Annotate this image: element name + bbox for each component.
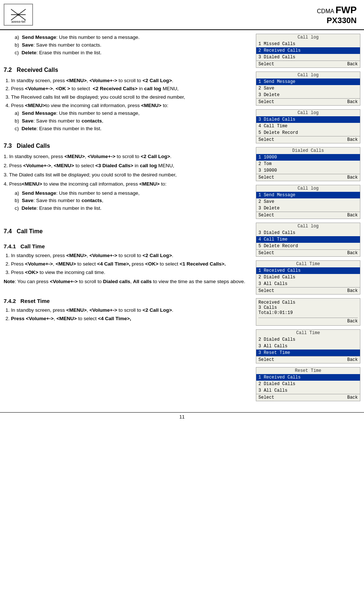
detail-line-3: Total:0:01:19 (258, 310, 358, 315)
screen2-back: Back (347, 99, 358, 105)
screen5-title: Call log (256, 185, 360, 192)
logo-area: axess·tel (4, 4, 33, 26)
screen9-select: Select (258, 357, 274, 362)
screen2-row-1: 1 Send Message (256, 78, 360, 85)
screen6-row-1: 3 Dialed Calls (256, 230, 360, 236)
page-header: axess·tel CDMA FWP PX330N (0, 0, 364, 30)
screen3-select: Select (258, 137, 274, 142)
screen10-row-2: 2 Dialed Calls (256, 381, 360, 387)
screen10-back: Back (347, 395, 358, 400)
screen10-row-3: 3 All Calls (256, 387, 360, 394)
screen5-row-3: 3 Delete (256, 205, 360, 212)
detail-line-1: Received Calls (258, 300, 358, 305)
screen3-title: Call log (256, 110, 360, 116)
main-content: a) Send Message: Use this number to send… (0, 34, 364, 405)
screen1-select: Select (258, 62, 274, 67)
note-7-4-1: Note: You can press <Volume+-> to scroll… (4, 278, 249, 286)
step-7-2-2: Press <Volume+->, <OK > to select <2 Rec… (11, 85, 249, 93)
screen7-row-2: 2 Dialed Calls (256, 274, 360, 281)
screen1-back: Back (347, 62, 358, 67)
title-cdma: CDMA (317, 8, 336, 14)
phone-screen-5: Call log 1 Send Message 2 Save 3 Delete … (256, 185, 360, 219)
phone-screen-4: Dialed Calls 1 10000 2 Tom 3 10000 Selec… (256, 147, 360, 181)
screen4-select: Select (258, 175, 274, 180)
step-7-3-1: 1. In standby screen, press <MENU>, <Vol… (4, 153, 249, 161)
screen10-footer: Select Back (256, 394, 360, 401)
screen9-title: Call Time (256, 330, 360, 336)
step-7-4-1-2: Press <Volume+->, <MENU> to select <4 Ca… (11, 260, 249, 268)
title-model: FWP (335, 4, 357, 15)
screen9-row-3: 3 Reset Time (256, 350, 360, 356)
screen6-footer: Select Back (256, 249, 360, 256)
screen5-back: Back (347, 213, 358, 218)
screen3-back: Back (347, 137, 358, 142)
screen1-row-1: 1 Missed Calls (256, 41, 360, 47)
section-7-4-heading: 7.4 Call Time (4, 227, 249, 236)
screen2-select: Select (258, 99, 274, 105)
screen9-footer: Select Back (256, 356, 360, 363)
step-7-2-1: In standby screen, press <MENU>, <Volume… (11, 77, 249, 85)
section-7-4-2-steps: In standby screen, press <MENU>, <Volume… (4, 307, 249, 323)
sub-7-3-c: c) Delete: Erase this number in the list… (15, 205, 249, 212)
screen10-select: Select (258, 395, 274, 400)
screen6-row-3: 5 Delete Record (256, 243, 360, 249)
screen4-title: Dialed Calls (256, 147, 360, 154)
title-area: CDMA FWP PX330N (317, 4, 357, 25)
screen1-title: Call log (256, 34, 360, 41)
left-column: a) Send Message: Use this number to send… (4, 34, 256, 405)
phone-screen-7: Call Time 1 Received Calls 2 Dialed Call… (256, 260, 360, 294)
screen4-back: Back (347, 175, 358, 180)
step-7-4-2-1: In standby screen, press <MENU>, <Volume… (11, 307, 249, 314)
logo-text: axess·tel (11, 20, 25, 23)
screen4-row-1: 1 10000 (256, 154, 360, 161)
screen4-row-2: 2 Tom (256, 161, 360, 167)
svg-point-5 (17, 14, 19, 16)
sub-7-3-a: a) Send Message: Use this number to send… (15, 190, 249, 197)
detail-back: Back (258, 318, 358, 324)
step-7-4-2-2: Press <Volume+->, <MENU> to select <4 Ca… (11, 315, 249, 323)
intro-list: a) Send Message: Use this number to send… (4, 34, 249, 57)
svg-line-1 (18, 9, 26, 15)
step-7-3-sub: a) Send Message: Use this number to send… (4, 190, 249, 213)
section-7-4-2-heading: 7.4.2 Reset Time (4, 297, 249, 305)
screen5-row-1: 1 Send Message (256, 192, 360, 198)
screen7-footer: Select Back (256, 287, 360, 294)
intro-item-c: c) Delete: Erase this number in the list… (15, 49, 249, 57)
screen3-footer: Select Back (256, 136, 360, 143)
page-footer: 11 (0, 412, 364, 420)
screen9-row-1: 2 Dialed Calls (256, 336, 360, 343)
screen4-footer: Select Back (256, 174, 360, 181)
sub-7-3-b: b) Save: Save this number to contacts, (15, 197, 249, 205)
screen5-select: Select (258, 213, 274, 218)
step-7-4-1-3: Press <OK> to view the incoming call tim… (11, 269, 249, 277)
screen3-row-3: 5 Delete Record (256, 129, 360, 136)
screen2-footer: Select Back (256, 98, 360, 105)
svg-line-2 (11, 15, 18, 20)
phone-screen-1: Call log 1 Missed Calls 2 Received Calls… (256, 34, 360, 68)
screen6-title: Call log (256, 223, 360, 230)
section-7-4-1-steps: In standby screen, press <MENU>, <Volume… (4, 252, 249, 277)
screen5-row-2: 2 Save (256, 198, 360, 205)
detail-line-2: 3 Calls (258, 305, 358, 310)
step-7-2-4: Press <MENU>to view the incoming call in… (11, 102, 249, 133)
phone-screen-6: Call log 3 Dialed Calls 4 Call Time 5 De… (256, 223, 360, 257)
screen1-row-3: 3 Dialed Calls (256, 54, 360, 61)
intro-item-b: b) Save: Save this number to contacts. (15, 41, 249, 49)
svg-line-0 (11, 9, 18, 15)
step-7-3-4: 4. Press<MENU> to view the incoming call… (4, 180, 249, 188)
screen7-row-3: 3 All Calls (256, 281, 360, 287)
svg-line-3 (18, 15, 26, 20)
sub-b: b) Save: Save this number to contacts, (15, 117, 249, 125)
screen7-row-1: 1 Received Calls (256, 267, 360, 274)
screen7-select: Select (258, 288, 274, 293)
section-7-3-heading: 7.3 Dialed Calls (4, 142, 249, 151)
screen7-back: Back (347, 288, 358, 293)
page-number: 11 (179, 414, 184, 420)
screen9-row-2: 3 All Calls (256, 343, 360, 350)
step-7-2-sub: a) Send Message: Use this number to send… (11, 110, 249, 133)
step-7-2-3: The Received calls list will be displaye… (11, 94, 249, 101)
phone-screen-2: Call log 1 Send Message 2 Save 3 Delete … (256, 72, 360, 106)
screen9-back: Back (347, 357, 358, 362)
screen10-title: Reset Time (256, 367, 360, 374)
intro-item-a: a) Send Message: Use this number to send… (15, 34, 249, 41)
